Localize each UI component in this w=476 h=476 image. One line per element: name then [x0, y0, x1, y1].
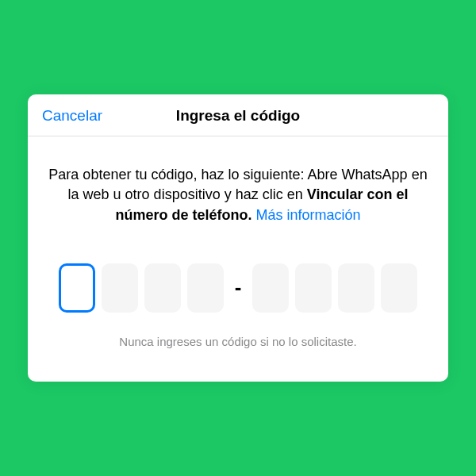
more-info-link[interactable]: Más información [255, 207, 360, 223]
code-digit-1[interactable] [59, 263, 95, 313]
modal-title: Ingresa el código [176, 107, 300, 125]
code-digit-4[interactable] [187, 263, 224, 313]
code-separator: - [235, 275, 242, 300]
modal-header: Cancelar Ingresa el código [28, 94, 448, 136]
code-digit-5[interactable] [252, 263, 289, 313]
instructions-text: Para obtener tu código, haz lo siguiente… [47, 165, 429, 225]
code-digit-6[interactable] [295, 263, 332, 313]
enter-code-modal: Cancelar Ingresa el código Para obtener … [28, 94, 448, 382]
code-digit-7[interactable] [338, 263, 374, 313]
code-digit-3[interactable] [144, 263, 181, 313]
code-input-row: - [47, 263, 429, 313]
cancel-button[interactable]: Cancelar [42, 107, 102, 125]
code-digit-8[interactable] [381, 263, 417, 313]
modal-body: Para obtener tu código, haz lo siguiente… [28, 136, 448, 382]
code-digit-2[interactable] [102, 263, 138, 313]
warning-text: Nunca ingreses un código si no lo solici… [47, 335, 429, 348]
